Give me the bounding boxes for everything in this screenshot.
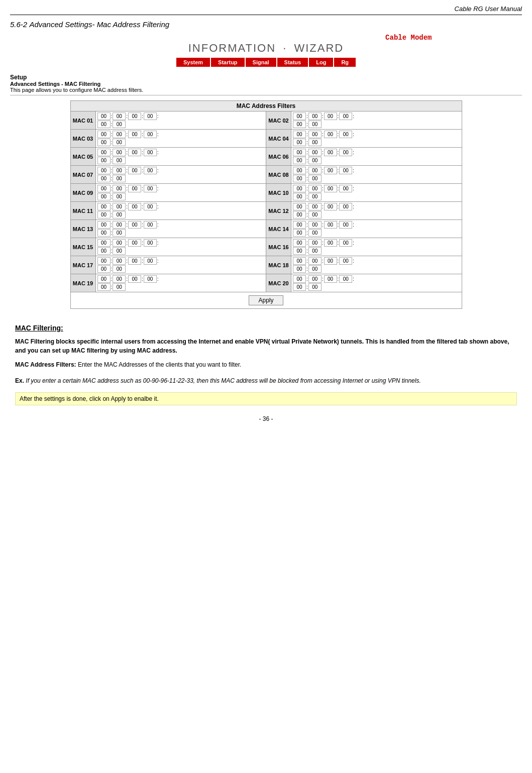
mac-input[interactable] <box>339 167 352 174</box>
mac-input[interactable] <box>308 131 322 138</box>
mac-input[interactable] <box>113 131 126 138</box>
mac-input[interactable] <box>144 221 157 229</box>
mac-input[interactable] <box>128 131 141 138</box>
mac-input[interactable] <box>293 275 306 283</box>
mac-input[interactable] <box>97 139 111 146</box>
mac-input[interactable] <box>308 157 322 164</box>
mac-input[interactable] <box>339 203 352 210</box>
mac-input[interactable] <box>97 203 111 210</box>
mac-input[interactable] <box>293 157 306 164</box>
mac-input[interactable] <box>308 221 322 229</box>
mac-input[interactable] <box>97 257 111 265</box>
mac-input[interactable] <box>339 149 352 156</box>
nav-log[interactable]: Log <box>309 58 333 67</box>
mac-input[interactable] <box>113 175 126 182</box>
mac-input[interactable] <box>128 203 141 210</box>
mac-input[interactable] <box>128 113 141 120</box>
mac-input[interactable] <box>97 275 111 283</box>
mac-input[interactable] <box>97 113 111 120</box>
mac-input[interactable] <box>128 239 141 247</box>
mac-input[interactable] <box>113 247 126 255</box>
mac-input[interactable] <box>293 193 306 200</box>
mac-input[interactable] <box>308 167 322 174</box>
mac-input[interactable] <box>308 265 322 273</box>
mac-input[interactable] <box>324 113 337 120</box>
mac-input[interactable] <box>97 149 111 156</box>
mac-input[interactable] <box>308 139 322 146</box>
mac-input[interactable] <box>128 221 141 229</box>
mac-input[interactable] <box>324 149 337 156</box>
nav-startup[interactable]: Startup <box>211 58 245 67</box>
mac-input[interactable] <box>293 139 306 146</box>
mac-input[interactable] <box>97 131 111 138</box>
mac-input[interactable] <box>308 175 322 182</box>
mac-input[interactable] <box>113 185 126 192</box>
mac-input[interactable] <box>339 131 352 138</box>
mac-input[interactable] <box>113 157 126 164</box>
mac-input[interactable] <box>324 131 337 138</box>
mac-input[interactable] <box>144 149 157 156</box>
mac-input[interactable] <box>113 257 126 265</box>
mac-input[interactable] <box>97 193 111 200</box>
mac-input[interactable] <box>324 221 337 229</box>
mac-input[interactable] <box>293 257 306 265</box>
mac-input[interactable] <box>293 283 306 291</box>
mac-input[interactable] <box>293 211 306 218</box>
mac-input[interactable] <box>113 229 126 237</box>
mac-input[interactable] <box>97 221 111 229</box>
mac-input[interactable] <box>97 247 111 255</box>
mac-input[interactable] <box>308 247 322 255</box>
mac-input[interactable] <box>308 113 322 120</box>
mac-input[interactable] <box>339 113 352 120</box>
nav-system[interactable]: System <box>176 58 210 67</box>
mac-input[interactable] <box>308 257 322 265</box>
mac-input[interactable] <box>97 211 111 218</box>
mac-input[interactable] <box>113 121 126 128</box>
mac-input[interactable] <box>97 175 111 182</box>
mac-input[interactable] <box>339 185 352 192</box>
mac-input[interactable] <box>293 149 306 156</box>
mac-input[interactable] <box>97 167 111 174</box>
mac-input[interactable] <box>97 283 111 291</box>
mac-input[interactable] <box>293 265 306 273</box>
mac-input[interactable] <box>324 185 337 192</box>
mac-input[interactable] <box>324 257 337 265</box>
mac-input[interactable] <box>97 265 111 273</box>
apply-button[interactable]: Apply <box>249 295 283 305</box>
mac-input[interactable] <box>113 265 126 273</box>
mac-input[interactable] <box>113 239 126 247</box>
mac-input[interactable] <box>128 167 141 174</box>
mac-input[interactable] <box>293 131 306 138</box>
nav-status[interactable]: Status <box>277 58 308 67</box>
mac-input[interactable] <box>293 175 306 182</box>
mac-input[interactable] <box>113 149 126 156</box>
mac-input[interactable] <box>113 167 126 174</box>
mac-input[interactable] <box>97 239 111 247</box>
mac-input[interactable] <box>293 229 306 237</box>
mac-input[interactable] <box>308 193 322 200</box>
mac-input[interactable] <box>324 203 337 210</box>
mac-input[interactable] <box>128 185 141 192</box>
mac-input[interactable] <box>144 131 157 138</box>
mac-input[interactable] <box>308 121 322 128</box>
mac-input[interactable] <box>308 229 322 237</box>
mac-input[interactable] <box>97 229 111 237</box>
mac-input[interactable] <box>113 113 126 120</box>
mac-input[interactable] <box>113 283 126 291</box>
mac-input[interactable] <box>144 203 157 210</box>
mac-input[interactable] <box>339 239 352 247</box>
mac-input[interactable] <box>144 185 157 192</box>
mac-input[interactable] <box>128 149 141 156</box>
mac-input[interactable] <box>293 167 306 174</box>
nav-signal[interactable]: Signal <box>246 58 276 67</box>
mac-input[interactable] <box>308 149 322 156</box>
mac-input[interactable] <box>144 167 157 174</box>
mac-input[interactable] <box>324 167 337 174</box>
mac-input[interactable] <box>293 185 306 192</box>
mac-input[interactable] <box>113 139 126 146</box>
mac-input[interactable] <box>339 221 352 229</box>
mac-input[interactable] <box>308 239 322 247</box>
mac-input[interactable] <box>144 113 157 120</box>
mac-input[interactable] <box>293 203 306 210</box>
mac-input[interactable] <box>144 275 157 283</box>
